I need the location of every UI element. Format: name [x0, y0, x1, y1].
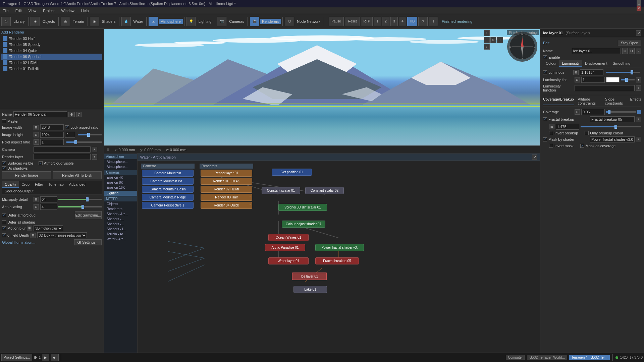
camera-input[interactable] [34, 146, 91, 153]
node-render-hdmi[interactable]: Render 02 HDMI ⋯ [201, 186, 252, 193]
render-extra-2[interactable]: ⤓ [429, 17, 438, 26]
name-settings-btn[interactable]: ⚙ [68, 112, 75, 117]
stay-open-btn[interactable]: Stay Open [618, 40, 641, 46]
luminous-checkbox[interactable] [543, 70, 547, 74]
toolbar-shaders-label[interactable]: Shaders [100, 19, 118, 24]
node-section-lighting[interactable]: Lighting [104, 191, 137, 196]
toolbar-terrain-label[interactable]: Terrain [71, 19, 86, 24]
toolbar-objects-btn[interactable]: ◈ [31, 17, 40, 26]
node-constant-scalar-02[interactable]: Constant scalar 02 [305, 187, 344, 194]
fractal-breakup-input[interactable] [590, 116, 635, 122]
motion-blur-select[interactable]: 3D motion blur [34, 225, 63, 231]
renderer-item-5[interactable]: /Render 01 Full 4K [1, 66, 102, 72]
mask-by-shader-extra-btn[interactable]: + [636, 137, 641, 142]
render-layer-pick-btn[interactable]: + [92, 154, 97, 160]
enable-checkbox[interactable] [543, 55, 547, 59]
atmo-cloud-checkbox[interactable] [39, 161, 43, 165]
toolbar-renderers-btn[interactable]: 🎬 [250, 17, 259, 26]
node-list-atmosphere-1[interactable]: Atmosphere... [104, 159, 137, 164]
render-extra-1[interactable]: ⟳ [418, 17, 428, 26]
ice-name-help-btn[interactable]: ? [636, 48, 642, 54]
render-btn-1[interactable]: 1 [374, 17, 381, 26]
tint-icon-btn[interactable]: ⊞ [575, 77, 580, 82]
anti-aliasing-slider[interactable] [58, 206, 102, 207]
renderer-item-0[interactable]: /Render 03 Half [1, 36, 102, 42]
surfaces-visible-checkbox[interactable] [2, 161, 6, 165]
function-extra-btn[interactable]: + [636, 85, 641, 91]
constraint-tab-altitude[interactable]: Altitude constraints [578, 97, 601, 105]
toolbar-node-network-btn[interactable]: ⬡ [285, 17, 294, 26]
camera-pick-btn[interactable]: + [92, 147, 97, 152]
tint-value-input[interactable] [581, 77, 605, 83]
nav-left-btn[interactable]: ← [484, 37, 490, 43]
toolbar-cameras-label[interactable]: Cameras [227, 19, 246, 24]
height-slider[interactable] [78, 134, 102, 135]
node-render-half[interactable]: Render 03 Half ⋯ [201, 194, 252, 201]
taskbar-item-computer[interactable]: Computer [506, 355, 525, 360]
pixel-aspect-input[interactable] [40, 139, 64, 145]
toolbar-library-label[interactable]: Library [11, 19, 27, 24]
nav-center-btn[interactable]: ⊕ [490, 37, 496, 43]
toolbar-lighting-btn[interactable]: 💡 [186, 17, 196, 26]
image-width-input[interactable] [40, 124, 64, 130]
toolbar-library-btn[interactable]: 🗂 [1, 17, 11, 26]
tab-smoothing[interactable]: Smoothing [610, 60, 633, 67]
coverage-input[interactable] [581, 109, 605, 115]
toolbar-renderers-label[interactable]: Renderers [260, 19, 281, 24]
image-height-icon[interactable]: ⊞ [34, 132, 39, 137]
node-list-erosion-16k[interactable]: Erosion 16K [104, 185, 137, 190]
anti-aliasing-input[interactable] [40, 204, 57, 210]
node-ocean-waves[interactable]: Ocean Waves 01 [268, 234, 309, 241]
micropoly-slider[interactable] [58, 199, 102, 200]
edit-link[interactable]: Edit [543, 41, 549, 45]
node-camera-mountain-basin[interactable]: Camera Mountain Basin [142, 186, 194, 193]
fractal-breakup-checkbox[interactable] [543, 117, 547, 121]
node-render-full-4k[interactable]: Render 01 Full 4K ⋯ [201, 178, 252, 185]
micropoly-icon[interactable]: ⊞ [34, 197, 39, 202]
taskbar-next-btn[interactable]: ⏭ [51, 354, 59, 361]
luminous-value-input[interactable] [580, 69, 603, 75]
fractal-value-slider[interactable] [581, 126, 641, 127]
constraint-tab-effects[interactable]: Effects [630, 97, 641, 105]
toolbar-objects-label[interactable]: Objects [41, 19, 57, 24]
close-btn[interactable]: ✕ [637, 6, 641, 11]
node-lake[interactable]: Lake 01 [293, 286, 327, 293]
node-list-renderers[interactable]: Renderers [104, 206, 137, 212]
defer-atmo-checkbox[interactable] [2, 213, 6, 217]
project-settings-btn[interactable]: Project Settings... [1, 354, 32, 361]
only-breakup-colour-checkbox[interactable] [585, 131, 589, 135]
node-list-water[interactable]: Water - Arc... [104, 237, 137, 242]
tint-color-swatch[interactable] [606, 77, 620, 82]
node-render-quick[interactable]: Render 04 Quick ⋯ [201, 202, 252, 209]
anti-aliasing-icon[interactable]: ⊞ [34, 204, 39, 209]
mask-by-shader-input[interactable] [590, 136, 635, 142]
tab-quality[interactable]: Quality [2, 181, 19, 188]
node-water-layer[interactable]: Water layer 01 [268, 257, 309, 264]
lock-aspect-checkbox[interactable] [65, 125, 69, 129]
do-shadows-checkbox[interactable] [2, 166, 6, 170]
toolbar-terrain-btn[interactable]: ⛰ [61, 17, 70, 26]
constraint-tab-coverage[interactable]: Coverage/Breakup [543, 97, 574, 105]
edit-sampling-btn[interactable]: Edit Sampling... [75, 211, 102, 219]
node-list-terrain[interactable]: Terrain - Ar... [104, 232, 137, 237]
tint-extra-btn[interactable]: ▼ [636, 77, 641, 82]
taskbar-item-terragen-world[interactable]: G:\3D Terragen World... [527, 355, 567, 360]
luminous-slider[interactable] [606, 72, 640, 73]
tab-luminosity[interactable]: Luminosity [559, 60, 582, 67]
add-renderer-label[interactable]: Add Renderer [1, 30, 24, 34]
pause-btn[interactable]: Pause [329, 17, 344, 26]
aspect-ratio-input[interactable] [65, 132, 75, 138]
micropoly-input[interactable] [40, 196, 57, 202]
node-get-position[interactable]: Get position 01 [272, 169, 312, 176]
tint-slider[interactable] [621, 79, 635, 80]
taskbar-play-btn[interactable]: ▶ [42, 354, 49, 361]
node-power-fractal[interactable]: Power fractal shader v3. [315, 244, 364, 251]
render-btn-3[interactable]: 3 [390, 17, 398, 26]
tab-advanced[interactable]: Advanced [66, 181, 88, 188]
toolbar-atmosphere-btn[interactable]: ☁ [149, 17, 158, 26]
node-list-objects[interactable]: Objects [104, 201, 137, 206]
render-image-btn[interactable]: Render Image [2, 171, 51, 179]
menu-project[interactable]: Project [42, 9, 56, 13]
coverage-icon-btn[interactable]: ⊞ [575, 109, 580, 115]
motion-blur-checkbox[interactable] [2, 226, 6, 230]
